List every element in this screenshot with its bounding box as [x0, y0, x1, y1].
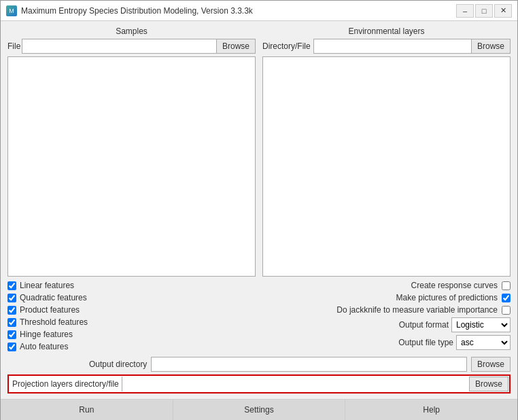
projection-input[interactable] — [122, 377, 469, 391]
env-listbox — [262, 56, 511, 277]
titlebar-left: M Maximum Entropy Species Distribution M… — [6, 5, 253, 16]
output-dir-browse-button[interactable]: Browse — [471, 357, 511, 372]
samples-file-row: File Browse — [7, 39, 256, 54]
bottom-rows: Output directory Browse Projection layer… — [7, 357, 511, 393]
titlebar: M Maximum Entropy Species Distribution M… — [1, 1, 517, 21]
right-options: Create response curves Make pictures of … — [137, 281, 511, 350]
product-features-row: Product features — [7, 305, 130, 315]
quadratic-features-checkbox[interactable] — [7, 294, 16, 302]
env-panel-title: Environmental layers — [262, 27, 511, 36]
threshold-features-label: Threshold features — [20, 317, 88, 327]
linear-features-row: Linear features — [7, 281, 130, 290]
make-pictures-checkbox[interactable] — [502, 294, 511, 302]
quadratic-features-label: Quadratic features — [20, 293, 87, 302]
quadratic-features-row: Quadratic features — [7, 293, 130, 302]
maximize-button[interactable]: □ — [475, 4, 493, 18]
left-options: Linear features Quadratic features Produ… — [7, 281, 130, 351]
projection-row: Projection layers directory/file Browse — [7, 374, 511, 393]
output-file-type-select[interactable]: asc mxe grd — [456, 335, 511, 350]
panels-row: Samples File Browse Environmental layers… — [7, 27, 511, 277]
output-format-select[interactable]: Logistic Cumulative Raw — [451, 317, 511, 332]
hinge-features-checkbox[interactable] — [7, 330, 16, 339]
threshold-features-row: Threshold features — [7, 317, 130, 327]
samples-file-label: File — [7, 41, 22, 51]
close-button[interactable]: ✕ — [494, 4, 512, 18]
env-file-input[interactable] — [313, 39, 471, 54]
response-curves-row: Create response curves — [411, 281, 511, 290]
options-row: Linear features Quadratic features Produ… — [7, 281, 511, 351]
samples-file-input[interactable] — [22, 39, 216, 54]
make-pictures-row: Make pictures of predictions — [396, 293, 511, 302]
jackknife-label: Do jackknife to measure variable importa… — [336, 305, 498, 315]
output-dir-input[interactable] — [151, 357, 467, 372]
run-button[interactable]: Run — [1, 400, 173, 420]
auto-features-row: Auto features — [7, 342, 130, 351]
env-browse-button[interactable]: Browse — [471, 39, 511, 54]
output-dir-row: Output directory Browse — [7, 357, 511, 372]
auto-features-checkbox[interactable] — [7, 343, 16, 351]
settings-button[interactable]: Settings — [173, 400, 346, 420]
samples-panel-title: Samples — [7, 27, 256, 36]
projection-label: Projection layers directory/file — [10, 379, 122, 389]
footer: Run Settings Help — [1, 399, 517, 419]
linear-features-label: Linear features — [20, 281, 74, 290]
output-dir-label: Output directory — [89, 360, 147, 369]
window-title: Maximum Entropy Species Distribution Mod… — [21, 6, 253, 16]
jackknife-row: Do jackknife to measure variable importa… — [336, 305, 511, 315]
env-dir-label: Directory/File — [262, 41, 312, 51]
auto-features-label: Auto features — [20, 342, 68, 351]
linear-features-checkbox[interactable] — [7, 281, 16, 290]
env-file-row: Directory/File Browse — [262, 39, 511, 54]
make-pictures-label: Make pictures of predictions — [396, 293, 498, 302]
hinge-features-row: Hinge features — [7, 330, 130, 339]
jackknife-checkbox[interactable] — [502, 306, 511, 315]
threshold-features-checkbox[interactable] — [7, 318, 16, 327]
projection-browse-button[interactable]: Browse — [469, 377, 508, 391]
main-content: Samples File Browse Environmental layers… — [1, 21, 517, 399]
hinge-features-label: Hinge features — [20, 330, 73, 339]
main-window: M Maximum Entropy Species Distribution M… — [0, 0, 518, 420]
app-icon: M — [6, 5, 17, 16]
output-format-row: Output format Logistic Cumulative Raw — [399, 317, 511, 332]
output-format-label: Output format — [399, 320, 449, 330]
samples-panel: Samples File Browse — [7, 27, 256, 277]
output-file-type-row: Output file type asc mxe grd — [398, 335, 511, 350]
samples-listbox — [7, 56, 256, 277]
env-panel: Environmental layers Directory/File Brow… — [262, 27, 511, 277]
response-curves-checkbox[interactable] — [502, 281, 511, 290]
output-file-type-label: Output file type — [398, 338, 453, 347]
product-features-checkbox[interactable] — [7, 306, 16, 315]
minimize-button[interactable]: – — [456, 4, 474, 18]
samples-browse-button[interactable]: Browse — [216, 39, 256, 54]
help-button[interactable]: Help — [345, 400, 517, 420]
product-features-label: Product features — [20, 305, 80, 315]
titlebar-controls: – □ ✕ — [456, 4, 512, 18]
response-curves-label: Create response curves — [411, 281, 498, 290]
